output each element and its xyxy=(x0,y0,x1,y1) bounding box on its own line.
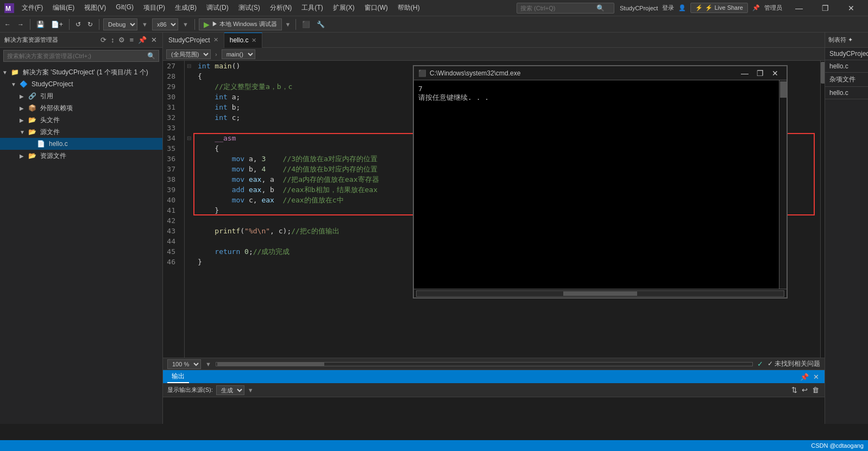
user-login[interactable]: 登录 xyxy=(662,4,674,12)
zoom-dropdown[interactable]: ▼ xyxy=(205,361,211,367)
pin-panel-icon[interactable]: 📌 xyxy=(137,35,148,45)
line-num: 39 xyxy=(165,185,180,195)
fold-cell[interactable]: ⊟ xyxy=(185,61,193,71)
refresh-icon[interactable]: ↕ xyxy=(110,35,116,45)
editor-tabs: StudyCProject ✕ hello.c ✕ xyxy=(163,33,825,48)
menu-file[interactable]: 文件(F) xyxy=(17,1,47,15)
solution-search-input[interactable] xyxy=(7,53,147,59)
toolbar-add-file[interactable]: 📄+ xyxy=(49,20,65,29)
line-num: 31 xyxy=(165,102,180,112)
scope-dropdown[interactable]: (全局范围) xyxy=(166,49,211,59)
toolbar-debug-misc[interactable]: 🔧 xyxy=(315,20,327,29)
right-panel-item-2[interactable]: 杂项文件 xyxy=(825,73,868,87)
tree-item-hello-c[interactable]: 📄 hello.c xyxy=(0,138,162,150)
line-num: 30 xyxy=(165,92,180,102)
output-select-arrow[interactable]: ▼ xyxy=(248,387,254,393)
chevron-down-icon: ▼ xyxy=(20,129,28,135)
restore-button[interactable]: ❐ xyxy=(813,0,838,16)
toolbar-back[interactable]: ← xyxy=(2,20,13,29)
output-wrap-icon[interactable]: ↩ xyxy=(801,385,809,395)
menu-edit[interactable]: 编辑(E) xyxy=(48,1,79,15)
fold-cell xyxy=(185,185,193,195)
cmd-restore-btn[interactable]: ❐ xyxy=(753,67,767,79)
source-label: 源文件 xyxy=(40,128,162,137)
settings-icon[interactable]: ⚙ xyxy=(117,35,126,45)
toolbar-redo[interactable]: ↻ xyxy=(85,20,95,29)
cmd-minimize-btn[interactable]: — xyxy=(738,67,752,79)
toolbar-undo[interactable]: ↺ xyxy=(73,20,83,29)
right-panel-item-0[interactable]: StudyCProject xyxy=(825,48,868,60)
tree-item-solution[interactable]: ▼ 📁 解决方案 'StudyCProject' (1 个项目/共 1 个) xyxy=(0,66,162,78)
tab-studycproject[interactable]: StudyCProject ✕ xyxy=(163,33,224,48)
output-filter-icon[interactable]: ⇅ xyxy=(790,385,798,395)
debug-config-select[interactable]: Debug xyxy=(103,18,137,30)
menu-help[interactable]: 帮助(H) xyxy=(393,1,424,15)
menu-tools[interactable]: 工具(T) xyxy=(297,1,327,15)
zoom-select[interactable]: 100 % xyxy=(167,359,201,369)
menu-debug[interactable]: 调试(D) xyxy=(202,1,233,15)
toolbar-forward[interactable]: → xyxy=(15,20,26,29)
liveshare-icon: ⚡ xyxy=(695,4,703,11)
tab-hello-c[interactable]: hello.c ✕ xyxy=(224,33,263,48)
menu-analyze[interactable]: 分析(N) xyxy=(266,1,297,15)
cmd-content[interactable]: 7 请按任意键继续. . . xyxy=(414,80,779,289)
menu-bar: 文件(F) 编辑(E) 视图(V) Git(G) 项目(P) 生成(B) 调试(… xyxy=(17,1,511,15)
editor-minimap xyxy=(820,61,825,358)
cmd-close-btn[interactable]: ✕ xyxy=(768,67,782,79)
resource-icon: 📂 xyxy=(28,152,38,160)
right-panel-item-1[interactable]: hello.c xyxy=(825,60,868,73)
tree-item-resources[interactable]: ▶ 📂 资源文件 xyxy=(0,150,162,162)
toolbar-breakpoint[interactable]: ⬛ xyxy=(300,20,312,29)
menu-project[interactable]: 项目(P) xyxy=(139,1,169,15)
tab-close-icon[interactable]: ✕ xyxy=(213,36,218,43)
tree-item-headers[interactable]: ▶ 📂 头文件 xyxy=(0,114,162,126)
output-clear-icon[interactable]: 🗑 xyxy=(811,385,820,395)
menu-build[interactable]: 生成(B) xyxy=(171,1,201,15)
fold-cell[interactable]: ⊟ xyxy=(185,133,193,143)
more-icon[interactable]: ≡ xyxy=(128,35,135,45)
tab-close-active-icon[interactable]: ✕ xyxy=(251,37,256,44)
cmd-scrollbar-thumb[interactable] xyxy=(780,81,787,98)
line-num: 40 xyxy=(165,195,180,205)
minimize-button[interactable]: — xyxy=(787,0,812,16)
solution-search[interactable]: 🔍 xyxy=(3,50,159,62)
menu-extensions[interactable]: 扩展(X) xyxy=(329,1,359,15)
line-num: 27 xyxy=(165,61,180,71)
cmd-window: ⬛ C:\Windows\system32\cmd.exe — ❐ ✕ 7 请按… xyxy=(413,65,788,298)
func-dropdown[interactable]: main() xyxy=(222,49,255,59)
title-search[interactable]: 🔍 xyxy=(517,3,614,14)
scrollbar-thumb[interactable] xyxy=(821,62,825,84)
output-source-select[interactable]: 生成 xyxy=(216,385,244,395)
right-panel-item-3[interactable]: hello.c xyxy=(825,87,868,99)
toolbar-save-all[interactable]: 💾 xyxy=(34,20,47,29)
cmd-scrollbar[interactable] xyxy=(779,80,787,289)
output-panel: 输出 📌 ✕ 显示输出来源(S): 生成 ▼ ⇅ ↩ 🗑 xyxy=(163,370,825,424)
tree-item-source-files[interactable]: ▼ 📂 源文件 xyxy=(0,126,162,138)
run-button[interactable]: ▶ ▶ 本地 Windows 调试器 xyxy=(199,18,282,30)
menu-view[interactable]: 视图(V) xyxy=(80,1,110,15)
tree-item-project[interactable]: ▼ 🔷 StudyCProject xyxy=(0,78,162,90)
tree-item-references[interactable]: ▶ 🔗 引用 xyxy=(0,90,162,102)
sync-icon[interactable]: ⟳ xyxy=(99,35,108,45)
arch-select[interactable]: x86 xyxy=(152,18,178,30)
h-scroll-thumb[interactable] xyxy=(217,363,324,366)
sep2 xyxy=(69,19,70,30)
fold-cell xyxy=(185,71,193,81)
output-tab[interactable]: 输出 xyxy=(167,371,189,383)
cmd-hscroll[interactable] xyxy=(416,290,784,297)
menu-window[interactable]: 窗口(W) xyxy=(360,1,392,15)
close-button[interactable]: ✕ xyxy=(839,0,864,16)
output-close-icon[interactable]: ✕ xyxy=(812,372,820,382)
admin-label[interactable]: 管理员 xyxy=(764,4,782,12)
horizontal-scrollbar[interactable] xyxy=(216,362,753,366)
menu-git[interactable]: Git(G) xyxy=(111,1,138,15)
menu-test[interactable]: 测试(S) xyxy=(234,1,265,15)
chevron-icon: ▼ xyxy=(2,69,11,75)
close-panel-icon[interactable]: ✕ xyxy=(150,35,158,45)
output-pin-icon[interactable]: 📌 xyxy=(799,372,810,382)
live-share-btn[interactable]: ⚡ ⚡ Live Share xyxy=(690,3,748,13)
cmd-hscroll-thumb[interactable] xyxy=(563,291,637,296)
run-dropdown-arrow[interactable]: ▼ xyxy=(284,21,292,28)
title-search-input[interactable] xyxy=(520,5,596,11)
tree-item-external-deps[interactable]: ▶ 📦 外部依赖项 xyxy=(0,102,162,114)
